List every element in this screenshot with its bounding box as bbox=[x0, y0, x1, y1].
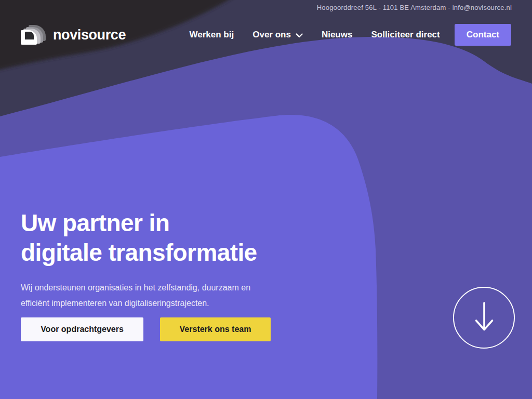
nav-item-nieuws[interactable]: Nieuws bbox=[322, 30, 353, 40]
nav-item-over-ons[interactable]: Over ons bbox=[252, 30, 303, 40]
clients-button[interactable]: Voor opdrachtgevers bbox=[21, 317, 143, 341]
logo[interactable]: novisource bbox=[21, 25, 126, 45]
nav-item-solliciteer-direct[interactable]: Solliciteer direct bbox=[371, 30, 440, 40]
scroll-down-button[interactable] bbox=[453, 287, 515, 349]
contact-info: Hoogoorddreef 56L - 1101 BE Amsterdam - … bbox=[317, 4, 512, 11]
nav-item-werken-bij[interactable]: Werken bij bbox=[190, 30, 234, 40]
hero-title: Uw partner in digitale transformatie bbox=[21, 208, 257, 268]
hero-buttons: Voor opdrachtgevers Versterk ons team bbox=[21, 317, 271, 341]
chevron-down-icon bbox=[296, 33, 303, 38]
arrow-down-icon bbox=[474, 301, 494, 335]
topbar: Hoogoorddreef 56L - 1101 BE Amsterdam - … bbox=[0, 0, 532, 15]
header: novisource Werken bij Over ons Nieuws So… bbox=[21, 23, 511, 47]
novisource-arch-logo-icon bbox=[21, 25, 46, 45]
join-team-button[interactable]: Versterk ons team bbox=[160, 317, 271, 341]
main-nav: Werken bij Over ons Nieuws Solliciteer d… bbox=[190, 24, 511, 46]
hero-title-line1: Uw partner in bbox=[21, 208, 257, 238]
hero-title-line2: digitale transformatie bbox=[21, 238, 257, 268]
novisource-homepage: Hoogoorddreef 56L - 1101 BE Amsterdam - … bbox=[0, 0, 532, 399]
contact-button[interactable]: Contact bbox=[455, 24, 511, 46]
logo-text: novisource bbox=[53, 27, 126, 43]
hero-description: Wij ondersteunen organisaties in het zel… bbox=[21, 280, 250, 311]
